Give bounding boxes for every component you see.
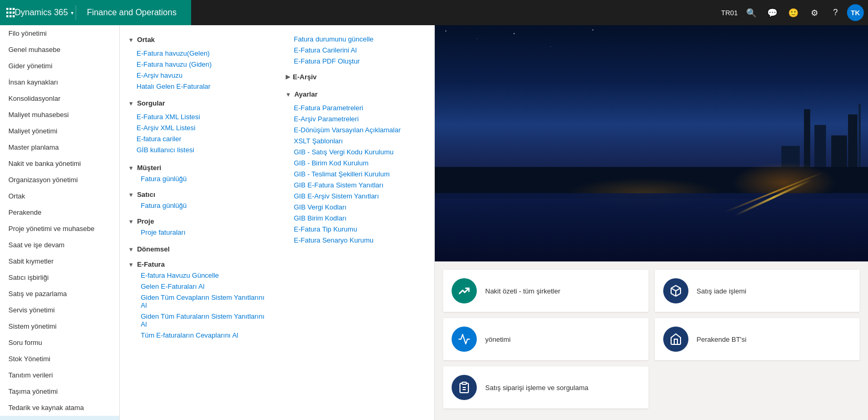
menu-link-efatura-havuz-guncelle[interactable]: E-fatura Havuzu Güncelle [128,270,269,281]
menu-link-musteri-fatura[interactable]: Fatura günlüğü [128,173,269,184]
user-avatar[interactable]: TK [847,4,864,21]
menu-link-efatura-pdf[interactable]: E-Fatura PDF Oluştur [286,56,426,67]
subsection-label-satici: Satıcı [137,191,155,198]
smiley-button[interactable]: 🙂 [784,3,803,22]
menu-link-gib-birim-kodlari[interactable]: GIB Birim Kodları [286,213,426,224]
card-icon-perakende [663,327,688,352]
sidebar-item-ortak[interactable]: Ortak [0,188,119,204]
city-banner-image [435,25,868,261]
card-yonetimi[interactable]: yönetimi [443,318,649,360]
sidebar-item-maliyet-muhasebe[interactable]: Maliyet muhasebesi [0,107,119,123]
menu-link-satici-fatura[interactable]: Fatura günlüğü [128,200,269,211]
menu-link-gib-kullanici[interactable]: GİB kullanıcı listesi [128,144,269,155]
menu-section-donemsel: ▼ Dönemsel [128,243,269,255]
sidebar-item-tr-edonusum[interactable]: TR E-Dönüşüm [0,416,119,420]
menu-col-2: Fatura durumunu güncelle E-Fatura Carile… [277,34,435,341]
card-satis-siparis[interactable]: Satış siparişi işleme ve sorgulama [443,366,649,408]
menu-link-hatali[interactable]: Hatalı Gelen E-Faturalar [128,81,269,92]
subsection-label-proje: Proje [137,217,154,225]
menu-link-earsiv-param[interactable]: E-Arşiv Parametreleri [286,113,426,124]
sidebar-item-nakit[interactable]: Nakit ve banka yönetimi [0,155,119,172]
card-label-satis-iade: Satış iade işlemi [697,287,747,295]
menu-link-efatura-xml[interactable]: E-Fatura XML Listesi [128,111,269,122]
sidebar-item-satici-isbirligi[interactable]: Satıcı işbirliği [0,269,119,286]
sidebar-item-insan[interactable]: İnsan kaynakları [0,74,119,90]
chart-icon [458,333,470,345]
search-button[interactable]: 🔍 [742,3,761,22]
arrow-icon-sorgular: ▼ [128,100,134,107]
waffle-menu-button[interactable] [6,8,8,17]
menu-collapsed-earsiv[interactable]: ▶ E-Arşiv [286,71,426,83]
sidebar-item-maliyet-yonetimi[interactable]: Maliyet yönetimi [0,123,119,139]
sidebar-item-konsolidasyonlar[interactable]: Konsolidasyonlar [0,90,119,107]
cards-area: Nakit özeti - tüm şirketler Satış iade i… [435,261,868,420]
sidebar-item-satis-pazarlama[interactable]: Satış ve pazarlama [0,286,119,302]
menu-link-efatura-param[interactable]: E-Fatura Parametreleri [286,102,426,113]
menu-link-gib-satis-vergi[interactable]: GIB - Satış Vergi Kodu Kurulumu [286,146,426,158]
menu-link-xslt[interactable]: XSLT Şablonları [286,135,426,146]
card-label-nakit: Nakit özeti - tüm şirketler [485,287,560,295]
menu-link-gib-efatura-sistem[interactable]: GIB E-Fatura Sistem Yanıtları [286,180,426,191]
menu-link-gib-vergi-kodlari[interactable]: GIB Vergi Kodları [286,202,426,213]
sidebar-item-soru[interactable]: Soru formu [0,334,119,351]
sidebar-item-filo[interactable]: Filo yönetimi [0,25,119,41]
menu-link-efatura-cariler[interactable]: E-fatura cariler [128,133,269,144]
sidebar-item-master[interactable]: Master planlama [0,139,119,155]
box-icon [670,285,682,297]
arrow-satici: ▼ [128,192,134,198]
card-label-satis-siparis: Satış siparişi işleme ve sorgulama [485,384,589,392]
menu-link-gib-birim-kod[interactable]: GIB - Birim Kod Kurulum [286,158,426,169]
card-nakit-ozeti[interactable]: Nakit özeti - tüm şirketler [443,270,649,312]
menu-link-earsiv-havuz[interactable]: E-Arşiv havuzu [128,70,269,81]
sidebar-item-tasima[interactable]: Taşıma yönetimi [0,383,119,400]
sidebar-item-sistem[interactable]: Sistem yönetimi [0,318,119,334]
menu-link-giden-cevap[interactable]: Giden Tüm Cevapların Sistem Yanıtlarını … [128,292,269,311]
sidebar-item-gider[interactable]: Gider yönetimi [0,58,119,74]
card-label-perakende: Perakende BT'si [697,335,747,343]
menu-link-gib-earsiv-sistem[interactable]: GIB E-Arşiv Sistem Yanıtları [286,191,426,202]
menu-link-edonusum-varsayilan[interactable]: E-Dönüşüm Varsayılan Açıklamalar [286,124,426,135]
module-name: Finance and Operations [78,8,185,17]
menu-link-gelen-efatura[interactable]: Gelen E-Faturaları Al [128,281,269,292]
menu-link-efatura-gelen[interactable]: E-Fatura havuzu(Gelen) [128,48,269,59]
menu-subsection-musteri: ▼ Müşteri [128,161,269,173]
chat-button[interactable]: 💬 [763,3,782,22]
card-satis-iade[interactable]: Satış iade işlemi [655,270,860,312]
menu-link-proje-fatura[interactable]: Proje faturaları [128,227,269,238]
menu-link-fatura-durum[interactable]: Fatura durumunu güncelle [286,34,426,45]
menu-section-sorgular: ▼ Sorgular [128,97,269,109]
sidebar-item-servis[interactable]: Servis yönetimi [0,302,119,318]
sidebar-item-sabit[interactable]: Sabit kıymetler [0,253,119,269]
menu-subsection-efatura: ▼ E-Fatura [128,257,269,270]
app-branding: Dynamics 365 ▾ Finance and Operations [0,0,191,25]
help-button[interactable]: ? [826,3,845,22]
menu-link-efatura-cariler-al[interactable]: E-Fatura Carilerini Al [286,45,426,56]
arrow-ayarlar: ▼ [286,91,291,98]
menu-link-giden-fatura-sistem[interactable]: Giden Tüm Faturaların Sistem Yanıtlarını… [128,311,269,330]
card-perakende-bt[interactable]: Perakende BT'si [655,318,860,360]
sidebar-item-organizasyon[interactable]: Organizasyon yönetimi [0,172,119,188]
sidebar-item-genel[interactable]: Genel muhasebe [0,41,119,58]
app-chevron[interactable]: ▾ [71,10,74,16]
menu-columns: ▼ Ortak E-Fatura havuzu(Gelen) E-Fatura … [120,34,434,341]
settings-button[interactable]: ⚙ [805,3,824,22]
menu-section-ayarlar: ▼ Ayarlar [286,88,426,100]
sidebar-item-tanitim[interactable]: Tanıtım verileri [0,367,119,383]
arrow-musteri: ▼ [128,165,134,171]
arrow-icon: ▼ [128,37,134,43]
main-layout: Filo yönetimi Genel muhasebe Gider yönet… [0,25,868,420]
menu-link-efatura-tip[interactable]: E-Fatura Tip Kurumu [286,224,426,235]
sidebar-item-perakende[interactable]: Perakende [0,204,119,220]
card-icon-satis-iade [663,278,688,303]
menu-link-gib-teslimat[interactable]: GIB - Teslimat Şekilleri Kurulum [286,169,426,180]
menu-link-tum-cevap[interactable]: Tüm E-faturaların Cevaplarını Al [128,330,269,341]
sidebar-item-saat[interactable]: Saat ve işe devam [0,237,119,253]
menu-link-efatura-senaryo[interactable]: E-Fatura Senaryo Kurumu [286,235,426,246]
menu-link-earsiv-xml[interactable]: E-Arşiv XML Listesi [128,122,269,133]
sidebar-item-proje[interactable]: Proje yönetimi ve muhasebe [0,220,119,237]
menu-link-efatura-giden[interactable]: E-Fatura havuzu (Giden) [128,59,269,70]
card-icon-nakit [452,278,477,303]
sidebar-item-stok[interactable]: Stok Yönetimi [0,351,119,367]
clipboard-icon [458,381,470,394]
sidebar-item-tedarik[interactable]: Tedarik ve kaynak atama [0,400,119,416]
